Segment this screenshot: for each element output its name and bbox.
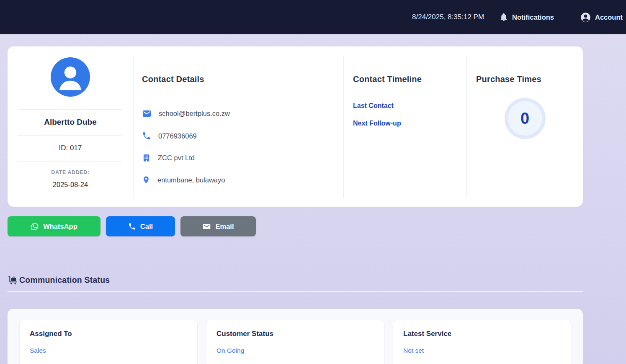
purchase-times-title: Purchase Times bbox=[476, 74, 574, 84]
account-icon bbox=[580, 12, 591, 23]
customer-status-title: Customer Status bbox=[216, 330, 374, 338]
contact-location-row: entumbane, bulawayo bbox=[142, 175, 335, 185]
contact-details-section: Contact Details school@bertplus.co.zw 07… bbox=[133, 56, 343, 197]
last-contact-link[interactable]: Last Contact bbox=[353, 102, 457, 110]
contact-name: Albertto Dube bbox=[8, 110, 133, 135]
bell-icon bbox=[499, 13, 508, 22]
whatsapp-icon bbox=[31, 222, 39, 231]
contact-location: entumbane, bulawayo bbox=[157, 176, 225, 184]
contact-phone-row: 0776936069 bbox=[142, 131, 335, 141]
envelope-icon bbox=[202, 222, 211, 231]
latest-service-title: Latest Service bbox=[403, 330, 561, 338]
top-navbar: 8/24/2025, 8:35:12 PM Notifications Acco… bbox=[0, 0, 626, 34]
purchase-times-section: Purchase Times 0 bbox=[466, 56, 583, 197]
notifications-label: Notifications bbox=[512, 13, 554, 21]
contact-actions: WhatsApp Call Email bbox=[8, 216, 583, 236]
assigned-to-title: Assigned To bbox=[30, 330, 187, 338]
page-content: Albertto Dube ID: 017 DATE ADDED: 2025-0… bbox=[8, 46, 583, 364]
email-button[interactable]: Email bbox=[180, 216, 256, 236]
divider bbox=[8, 291, 583, 292]
building-icon bbox=[142, 154, 151, 162]
whatsapp-button[interactable]: WhatsApp bbox=[8, 216, 100, 236]
account-label: Account bbox=[595, 13, 623, 21]
date-added-label: DATE ADDED: bbox=[8, 169, 133, 175]
contact-company: ZCC pvt Ltd bbox=[158, 154, 195, 162]
call-button[interactable]: Call bbox=[106, 216, 175, 236]
divider bbox=[142, 91, 335, 91]
purchase-count: 0 bbox=[520, 110, 529, 128]
avatar-person-icon bbox=[51, 57, 90, 97]
contact-company-row: ZCC pvt Ltd bbox=[142, 154, 335, 162]
contact-id: ID: 017 bbox=[8, 136, 133, 161]
assigned-to-value[interactable]: Sales bbox=[30, 347, 187, 354]
email-button-label: Email bbox=[215, 223, 234, 231]
customer-status-value[interactable]: On Going bbox=[216, 347, 374, 354]
phone-icon bbox=[128, 223, 136, 231]
contact-profile-card: Albertto Dube ID: 017 DATE ADDED: 2025-0… bbox=[8, 46, 583, 207]
next-follow-up-link[interactable]: Next Follow-up bbox=[353, 120, 457, 127]
communication-status-title: Communication Status bbox=[19, 275, 110, 285]
communication-status-panel: Assigned To Sales Customer Status On Goi… bbox=[8, 309, 583, 364]
assigned-to-card: Assigned To Sales bbox=[19, 320, 198, 364]
divider bbox=[18, 161, 122, 161]
phone-icon bbox=[142, 131, 151, 141]
luggage-cart-icon bbox=[8, 275, 18, 285]
datetime-display: 8/24/2025, 8:35:12 PM bbox=[412, 13, 484, 21]
communication-status-header: Communication Status bbox=[8, 275, 583, 285]
contact-details-title: Contact Details bbox=[142, 74, 335, 84]
whatsapp-button-label: WhatsApp bbox=[43, 223, 77, 231]
call-button-label: Call bbox=[140, 223, 153, 231]
date-added-value: 2025-08-24 bbox=[8, 181, 133, 189]
profile-summary-column: Albertto Dube ID: 017 DATE ADDED: 2025-0… bbox=[8, 56, 133, 197]
location-pin-icon bbox=[142, 175, 150, 185]
account-button[interactable]: Account bbox=[580, 12, 623, 23]
contact-phone: 0776936069 bbox=[158, 132, 197, 140]
contact-timeline-title: Contact Timeline bbox=[353, 74, 457, 84]
latest-service-card: Latest Service Not set bbox=[393, 320, 571, 364]
envelope-icon bbox=[142, 109, 152, 118]
contact-timeline-section: Contact Timeline Last Contact Next Follo… bbox=[343, 56, 466, 197]
divider bbox=[353, 91, 457, 91]
divider bbox=[476, 91, 574, 91]
customer-status-card: Customer Status On Going bbox=[206, 320, 384, 364]
contact-email: school@bertplus.co.zw bbox=[159, 110, 230, 118]
purchase-count-badge: 0 bbox=[505, 98, 546, 139]
latest-service-value[interactable]: Not set bbox=[403, 347, 561, 354]
contact-email-row: school@bertplus.co.zw bbox=[142, 109, 335, 118]
notifications-button[interactable]: Notifications bbox=[499, 13, 554, 22]
